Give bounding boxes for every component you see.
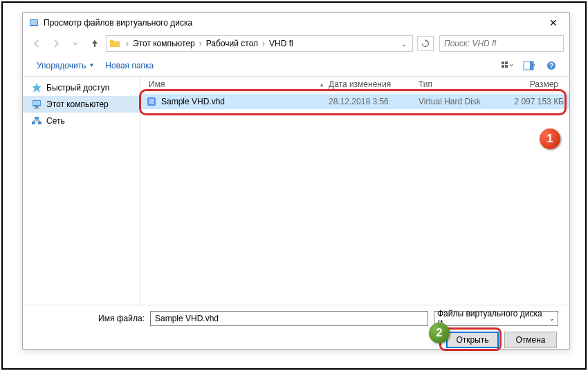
svg-rect-18 xyxy=(149,99,154,104)
sidebar-item-label: Быстрый доступ xyxy=(46,83,109,93)
help-button[interactable]: ? xyxy=(542,58,561,73)
open-button[interactable]: Открыть xyxy=(446,332,499,348)
svg-rect-15 xyxy=(38,122,42,124)
file-name: Sample VHD.vhd xyxy=(161,97,329,106)
svg-rect-1 xyxy=(30,20,37,25)
sidebar-item-network[interactable]: Сеть xyxy=(23,113,140,129)
chevron-down-icon: ⌄ xyxy=(549,315,555,322)
breadcrumb-item[interactable]: Этот компьютер xyxy=(131,39,196,48)
vhd-file-icon xyxy=(146,96,157,107)
recent-dropdown[interactable] xyxy=(67,35,84,52)
svg-rect-3 xyxy=(505,61,508,64)
column-date[interactable]: Дата изменения xyxy=(326,78,416,91)
star-icon xyxy=(31,82,42,93)
chevron-down-icon: ▼ xyxy=(89,62,94,68)
navigation-row: › Этот компьютер › Рабочий стол › VHD fl… xyxy=(23,32,569,55)
close-button[interactable]: ✕ xyxy=(543,16,564,30)
sort-indicator-icon: ▴ xyxy=(320,82,323,88)
file-area: Имя ▴ Дата изменения Тип Размер Sample V… xyxy=(140,77,569,305)
refresh-button[interactable] xyxy=(417,36,434,51)
button-row: Открыть Отмена xyxy=(34,332,558,348)
filename-label: Имя файла: xyxy=(34,314,145,323)
back-button[interactable] xyxy=(28,35,45,52)
sidebar-item-label: Сеть xyxy=(46,116,65,126)
folder-icon xyxy=(109,38,120,49)
svg-rect-12 xyxy=(35,106,38,108)
breadcrumb-item[interactable]: Рабочий стол xyxy=(205,39,259,48)
file-row[interactable]: Sample VHD.vhd 28.12.2018 3:56 Virtual H… xyxy=(140,94,569,109)
filename-input[interactable] xyxy=(150,311,428,326)
file-dialog: Просмотр файлов виртуального диска ✕ xyxy=(22,12,570,350)
breadcrumb-sep: › xyxy=(259,39,268,48)
network-icon xyxy=(31,115,42,126)
main-area: Быстрый доступ Этот компьютер Сеть xyxy=(23,77,569,305)
filename-row: Имя файла: Файлы виртуального диска (* ⌄ xyxy=(34,311,558,326)
breadcrumb-sep: › xyxy=(123,39,131,48)
filetype-select[interactable]: Файлы виртуального диска (* ⌄ xyxy=(434,311,558,326)
address-dropdown-icon[interactable]: ⌄ xyxy=(398,40,410,48)
sidebar-item-thispc[interactable]: Этот компьютер xyxy=(23,96,140,113)
column-size[interactable]: Размер xyxy=(499,78,561,91)
file-type: Virtual Hard Disk xyxy=(419,97,502,106)
annotation-badge-1: 1 xyxy=(540,129,560,149)
column-type[interactable]: Тип xyxy=(416,78,499,91)
svg-rect-4 xyxy=(502,65,504,68)
up-button[interactable] xyxy=(86,35,103,52)
file-size: 2 097 153 КБ xyxy=(502,97,564,106)
organize-button[interactable]: Упорядочить ▼ xyxy=(31,58,100,73)
address-bar[interactable]: › Этот компьютер › Рабочий стол › VHD fl… xyxy=(106,35,413,52)
annotation-badge-2: 2 xyxy=(429,323,450,343)
svg-rect-11 xyxy=(33,101,40,105)
new-folder-button[interactable]: Новая папка xyxy=(100,58,159,73)
svg-rect-5 xyxy=(505,65,508,68)
file-date: 28.12.2018 3:56 xyxy=(329,97,419,106)
window-title: Просмотр файлов виртуального диска xyxy=(44,18,543,28)
column-name[interactable]: Имя ▴ xyxy=(146,78,326,91)
sidebar-item-quickaccess[interactable]: Быстрый доступ xyxy=(23,79,140,96)
forward-button[interactable] xyxy=(48,35,64,52)
breadcrumb-item[interactable]: VHD fl xyxy=(268,39,295,48)
svg-rect-14 xyxy=(32,122,35,124)
svg-rect-16 xyxy=(35,117,39,120)
svg-rect-13 xyxy=(34,108,39,108)
breadcrumb-sep: › xyxy=(196,39,205,48)
breadcrumb: › Этот компьютер › Рабочий стол › VHD fl xyxy=(123,39,398,48)
file-list: Sample VHD.vhd 28.12.2018 3:56 Virtual H… xyxy=(140,93,569,111)
app-icon xyxy=(28,17,39,28)
cancel-button[interactable]: Отмена xyxy=(504,332,557,348)
column-headers: Имя ▴ Дата изменения Тип Размер xyxy=(140,77,569,93)
search-input[interactable] xyxy=(444,39,559,48)
preview-pane-button[interactable] xyxy=(520,58,539,73)
view-options-button[interactable] xyxy=(497,58,517,73)
sidebar-item-label: Этот компьютер xyxy=(46,99,109,109)
pc-icon xyxy=(31,99,42,110)
sidebar: Быстрый доступ Этот компьютер Сеть xyxy=(23,77,140,305)
svg-text:?: ? xyxy=(549,62,553,70)
bottom-area: Имя файла: Файлы виртуального диска (* ⌄… xyxy=(23,305,569,354)
titlebar: Просмотр файлов виртуального диска ✕ xyxy=(23,13,569,32)
search-box[interactable] xyxy=(439,35,564,52)
toolbar: Упорядочить ▼ Новая папка ? xyxy=(23,55,569,77)
svg-rect-2 xyxy=(502,61,504,64)
